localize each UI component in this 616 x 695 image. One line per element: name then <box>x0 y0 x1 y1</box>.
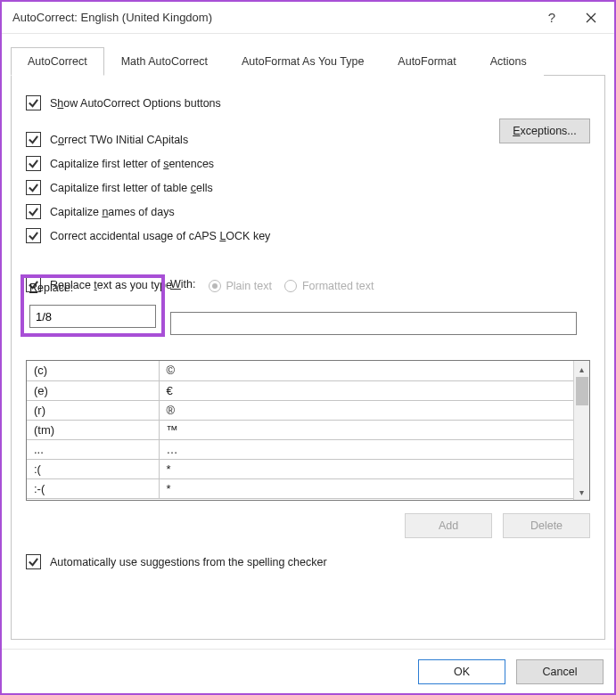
names-of-days-checkbox[interactable] <box>26 204 41 219</box>
tab-autocorrect[interactable]: AutoCorrect <box>11 47 104 76</box>
autocorrect-table: (c)©(e)€(r)®(tm)™...…:(*:-(* ▴ ▾ <box>26 360 590 501</box>
tab-math-autocorrect[interactable]: Math AutoCorrect <box>104 47 225 76</box>
autocorrect-panel: Show AutoCorrect Options buttons Correct… <box>11 76 605 640</box>
check-icon <box>28 556 39 568</box>
help-button[interactable]: ? <box>532 4 571 31</box>
table-row[interactable]: :(* <box>27 459 573 478</box>
check-icon <box>28 134 39 145</box>
radio-icon <box>209 280 221 292</box>
with-label: With: <box>170 278 196 290</box>
two-initial-caps-label[interactable]: Correct TWo INitial CApitals <box>50 134 188 146</box>
replace-to-cell: * <box>159 478 573 498</box>
add-button: Add <box>405 513 492 538</box>
two-initial-caps-checkbox[interactable] <box>26 132 41 147</box>
replace-from-cell: :-( <box>27 478 159 498</box>
check-icon <box>28 158 39 169</box>
replace-label: Replace: <box>29 282 73 294</box>
tab-actions[interactable]: Actions <box>473 47 544 76</box>
radio-icon <box>284 280 297 292</box>
check-icon <box>28 97 39 109</box>
first-letter-cells-checkbox[interactable] <box>26 180 41 195</box>
replace-from-cell: (r) <box>27 400 159 420</box>
cancel-button[interactable]: Cancel <box>516 659 604 684</box>
scrollbar-thumb[interactable] <box>576 377 588 405</box>
replace-from-cell: (c) <box>27 361 159 380</box>
replace-from-cell: :( <box>27 459 159 478</box>
first-letter-cells-label[interactable]: Capitalize first letter of table cells <box>50 182 213 194</box>
formatted-text-radio: Formatted text <box>284 280 374 292</box>
replace-to-cell: € <box>159 380 573 400</box>
caps-lock-checkbox[interactable] <box>26 228 41 243</box>
check-icon <box>28 182 39 193</box>
first-letter-sentences-checkbox[interactable] <box>26 156 41 171</box>
first-letter-sentences-label[interactable]: Capitalize first letter of sentences <box>50 158 214 170</box>
dialog-footer: OK Cancel <box>2 649 614 693</box>
table-row[interactable]: (tm)™ <box>27 420 573 439</box>
close-button[interactable] <box>571 4 611 31</box>
table-row[interactable]: :-(* <box>27 478 573 498</box>
table-row[interactable]: (c)© <box>27 361 573 380</box>
replace-from-cell: (tm) <box>27 420 159 439</box>
autocorrect-dialog: AutoCorrect: English (United Kingdom) ? … <box>0 0 616 695</box>
replace-to-cell: * <box>159 459 573 478</box>
show-options-checkbox[interactable] <box>26 95 41 110</box>
replace-from-cell: ... <box>27 439 159 459</box>
check-icon <box>28 230 39 241</box>
replace-to-cell: ® <box>159 400 573 420</box>
show-options-label[interactable]: Show AutoCorrect Options buttons <box>50 97 221 110</box>
replace-input[interactable] <box>29 305 156 328</box>
delete-button: Delete <box>503 513 590 538</box>
replace-from-cell: (e) <box>27 380 159 400</box>
title-bar: AutoCorrect: English (United Kingdom) ? <box>2 2 614 34</box>
use-spellcheck-suggestions-label[interactable]: Automatically use suggestions from the s… <box>50 556 327 568</box>
table-row[interactable]: ...… <box>27 439 573 459</box>
names-of-days-label[interactable]: Capitalize names of days <box>50 206 175 218</box>
table-row[interactable]: (r)® <box>27 400 573 420</box>
scroll-down-icon[interactable]: ▾ <box>574 484 589 500</box>
replace-to-cell: … <box>159 439 573 459</box>
replace-to-cell: ™ <box>159 420 573 439</box>
plain-text-radio: Plain text <box>209 280 272 292</box>
check-icon <box>28 206 39 217</box>
scroll-up-icon[interactable]: ▴ <box>574 361 589 377</box>
close-icon <box>586 12 596 23</box>
window-title: AutoCorrect: English (United Kingdom) <box>12 11 532 24</box>
exceptions-button[interactable]: EExceptions...xceptions... <box>499 119 590 143</box>
with-input[interactable] <box>170 312 577 335</box>
ok-button[interactable]: OK <box>418 659 505 684</box>
tab-autoformat-as-you-type[interactable]: AutoFormat As You Type <box>225 47 381 76</box>
replace-highlight-box: Replace: <box>21 274 165 337</box>
table-row[interactable]: (e)€ <box>27 380 573 400</box>
table-scrollbar[interactable]: ▴ ▾ <box>573 361 589 500</box>
tab-autoformat[interactable]: AutoFormat <box>381 47 472 76</box>
tab-bar: AutoCorrect Math AutoCorrect AutoFormat … <box>11 46 605 76</box>
replace-to-cell: © <box>159 361 573 380</box>
use-spellcheck-suggestions-checkbox[interactable] <box>26 554 41 569</box>
caps-lock-label[interactable]: Correct accidental usage of cAPS LOCK ke… <box>50 230 270 242</box>
